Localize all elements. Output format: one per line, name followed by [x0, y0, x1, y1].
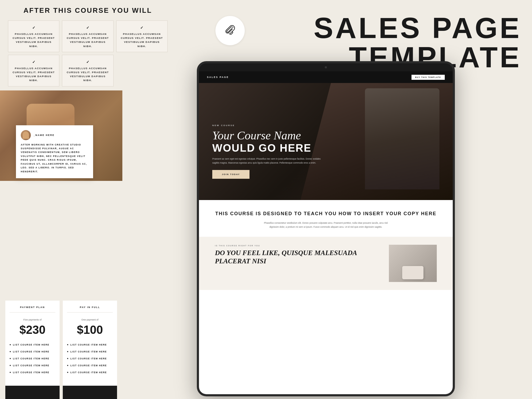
avatar: [21, 130, 31, 140]
pricing-card-payment-plan: PAYMENT PLAN Five payments of $230 LIST …: [5, 301, 60, 399]
pricing-list-item: LIST COURSE ITEM HERE: [10, 355, 55, 362]
pricing-list-item: LIST COURSE ITEM HERE: [67, 369, 113, 376]
squarespace-icon: [224, 24, 236, 37]
pillow-image: [389, 245, 437, 282]
pricing-section: PAYMENT PLAN Five payments of $230 LIST …: [0, 301, 122, 399]
tablet-top-bar: [199, 63, 453, 71]
cta-section: IS THIS COURSE RIGHT FOR YOU DO YOU FEEL…: [199, 237, 453, 290]
cta-image: [389, 245, 437, 282]
cta-title: DO YOU FEEL LIKE, QUISQUE MALESUADA PLAC…: [215, 249, 381, 265]
hero-eyebrow: NEW COURSE: [212, 124, 439, 127]
payment-plan-label: PAYMENT PLAN: [10, 306, 55, 309]
pay-full-sub-label: One payment of: [67, 318, 113, 321]
after-course-section: AFTER THIS COURSE YOU WILL ✓ PHASELLUS A…: [0, 0, 176, 92]
testimonial-section: _NAME HERE AFTER WORKING WITH CREATIVE S…: [0, 90, 122, 181]
check-icon-4: ✓: [32, 60, 35, 64]
hero-title-bold: WOULD GO HERE: [212, 142, 439, 154]
tablet-website: SALES PAGE BUY THIS TEMPLATE NEW COURSE …: [199, 71, 453, 394]
pricing-card-header-1: PAYMENT PLAN: [10, 306, 55, 313]
feature-cards-row2: ✓ PHASELLUS ACCUMSAN CURSUS VELIT. PRAES…: [8, 55, 168, 86]
check-icon-2: ✓: [86, 26, 89, 30]
testimonial-card: _NAME HERE AFTER WORKING WITH CREATIVE S…: [16, 125, 93, 178]
pricing-list-item: LIST COURSE ITEM HERE: [67, 341, 113, 348]
hero-title-serif: Your Course Name: [212, 129, 439, 142]
payment-plan-list: LIST COURSE ITEM HERE LIST COURSE ITEM H…: [10, 341, 55, 376]
testimonial-text: AFTER WORKING WITH CREATIVE STUDIO SUSPE…: [21, 143, 88, 174]
pay-full-list: LIST COURSE ITEM HERE LIST COURSE ITEM H…: [67, 341, 113, 376]
payment-plan-sub-label: Five payments of: [10, 318, 55, 321]
feature-card-text-1: PHASELLUS ACCUMSAN CURSUS VELIT. PRAESEN…: [12, 32, 55, 48]
pillow-shape: [402, 266, 423, 279]
pricing-list-item: LIST COURSE ITEM HERE: [10, 348, 55, 355]
feature-card-1: ✓ PHASELLUS ACCUMSAN CURSUS VELIT. PRAES…: [8, 20, 59, 52]
feature-card-text-2: PHASELLUS ACCUMSAN CURSUS VELIT. PRAESEN…: [66, 32, 109, 48]
feature-card-text-5: PHASELLUS ACCUMSAN CURSUS VELIT. PRAESEN…: [66, 66, 109, 82]
pricing-list-item: LIST COURSE ITEM HERE: [67, 362, 113, 369]
hero-cta-button[interactable]: JOIN TODAY: [212, 170, 250, 179]
check-icon-1: ✓: [32, 26, 35, 30]
tablet-device: SALES PAGE BUY THIS TEMPLATE NEW COURSE …: [197, 61, 455, 396]
payment-plan-amount: $230: [10, 323, 55, 336]
feature-card-text-4: PHASELLUS ACCUMSAN CURSUS VELIT. PRAESEN…: [12, 66, 55, 82]
pricing-cta-bar-2[interactable]: [63, 386, 117, 399]
pay-full-label: PAY IN FULL: [67, 306, 113, 309]
pricing-card-header-2: PAY IN FULL: [67, 306, 113, 313]
section-heading: AFTER THIS COURSE YOU WILL: [8, 6, 168, 15]
buy-template-button[interactable]: BUY THIS TEMPLATE: [412, 75, 445, 80]
squarespace-logo-circle: [215, 16, 245, 45]
course-section-title: THIS COURSE IS DESIGNED TO TEACH YOU HOW…: [215, 211, 437, 217]
site-nav-logo: SALES PAGE: [207, 76, 229, 78]
pricing-list-item: LIST COURSE ITEM HERE: [10, 341, 55, 348]
pricing-card-pay-full: PAY IN FULL One payment of $100 LIST COU…: [63, 301, 117, 399]
pricing-list-item: LIST COURSE ITEM HERE: [10, 362, 55, 369]
big-title-line1: SALES PAGE: [314, 13, 521, 43]
avatar-image: [23, 131, 29, 139]
pricing-cta-bar-1[interactable]: [5, 386, 60, 399]
check-icon-5: ✓: [86, 60, 89, 64]
site-hero: NEW COURSE Your Course Name WOULD GO HER…: [199, 83, 453, 200]
feature-card-5: ✓ PHASELLUS ACCUMSAN CURSUS VELIT. PRAES…: [62, 55, 113, 86]
testimonial-header: _NAME HERE: [21, 130, 88, 140]
cta-text-col: IS THIS COURSE RIGHT FOR YOU DO YOU FEEL…: [215, 245, 381, 282]
testimonial-name: _NAME HERE: [34, 134, 55, 136]
feature-card-text-3: PHASELLUS ACCUMSAN CURSUS VELIT. PRAESEN…: [120, 32, 164, 48]
tablet-camera: [325, 66, 327, 68]
pay-full-amount: $100: [67, 323, 113, 336]
feature-card-3: ✓ PHASELLUS ACCUMSAN CURSUS VELIT. PRAES…: [116, 20, 168, 52]
feature-cards-row1: ✓ PHASELLUS ACCUMSAN CURSUS VELIT. PRAES…: [8, 20, 168, 52]
hero-content: NEW COURSE Your Course Name WOULD GO HER…: [212, 124, 439, 179]
check-icon-3: ✓: [140, 26, 143, 30]
course-section-desc: Phasellus consectetur vestibulum elit. D…: [259, 221, 392, 229]
course-description-section: THIS COURSE IS DESIGNED TO TEACH YOU HOW…: [199, 200, 453, 237]
pricing-list-item: LIST COURSE ITEM HERE: [10, 369, 55, 376]
pricing-list-item: LIST COURSE ITEM HERE: [67, 355, 113, 362]
feature-card-4: ✓ PHASELLUS ACCUMSAN CURSUS VELIT. PRAES…: [8, 55, 59, 86]
hero-subtitle: Praesent ac sem eget est egestas volutpa…: [212, 157, 324, 165]
feature-card-2: ✓ PHASELLUS ACCUMSAN CURSUS VELIT. PRAES…: [62, 20, 113, 52]
pricing-list-item: LIST COURSE ITEM HERE: [67, 348, 113, 355]
cta-eyebrow: IS THIS COURSE RIGHT FOR YOU: [215, 245, 381, 247]
site-navbar: SALES PAGE BUY THIS TEMPLATE: [199, 71, 453, 83]
